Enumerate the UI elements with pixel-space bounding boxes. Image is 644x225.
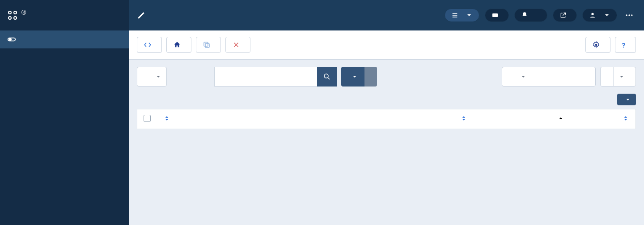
svg-point-4 xyxy=(9,12,11,13)
code-icon xyxy=(144,41,152,49)
home-icon xyxy=(173,41,181,49)
question-icon: ? xyxy=(622,41,626,49)
more-menu-button[interactable] xyxy=(623,11,636,20)
filters-bar xyxy=(129,60,644,94)
svg-point-17 xyxy=(595,44,597,46)
copy-icon xyxy=(203,41,211,49)
multilingual-status-button[interactable] xyxy=(485,9,509,22)
th-preview xyxy=(394,109,439,129)
sort-icon xyxy=(163,115,170,122)
post-install-button[interactable] xyxy=(514,9,547,22)
close-icon xyxy=(232,41,240,49)
templates-button[interactable] xyxy=(137,37,162,53)
brand[interactable]: ® xyxy=(0,0,129,30)
chevron-down-icon xyxy=(351,73,358,80)
svg-rect-15 xyxy=(205,43,209,48)
th-style[interactable] xyxy=(163,116,170,123)
columns-selector-button[interactable] xyxy=(617,94,636,105)
take-tour-button[interactable] xyxy=(445,9,479,22)
clear-button[interactable] xyxy=(364,67,377,87)
styles-table xyxy=(137,109,636,129)
svg-rect-10 xyxy=(492,13,498,17)
user-icon xyxy=(589,12,596,19)
chevron-down-icon xyxy=(150,67,162,86)
search-icon xyxy=(323,73,331,81)
th-default[interactable] xyxy=(460,116,467,123)
svg-point-5 xyxy=(14,12,16,13)
brand-name: ® xyxy=(21,9,26,22)
ellipsis-icon xyxy=(625,11,634,20)
joomla-logo-icon xyxy=(7,10,18,21)
toggle-icon xyxy=(7,35,16,44)
chevron-down-icon xyxy=(603,12,610,19)
sort-icon xyxy=(460,115,467,122)
sidebar: ® xyxy=(0,0,129,225)
delete-button xyxy=(225,37,250,53)
topbar xyxy=(129,0,644,30)
chevron-down-icon xyxy=(515,67,527,86)
select-all-checkbox[interactable] xyxy=(144,115,151,122)
external-link-icon xyxy=(559,12,567,19)
svg-point-11 xyxy=(591,13,593,15)
map-icon xyxy=(451,12,458,19)
sort-icon xyxy=(622,115,629,122)
toggle-menu[interactable] xyxy=(0,30,129,48)
sort-select[interactable] xyxy=(502,67,596,87)
filter-options-button[interactable] xyxy=(341,67,364,87)
bell-icon xyxy=(521,12,528,19)
search-button[interactable] xyxy=(317,67,337,87)
pagination-info xyxy=(129,129,644,140)
page-title xyxy=(137,11,439,20)
th-id[interactable] xyxy=(622,116,629,123)
duplicate-button xyxy=(196,37,221,53)
caret-down-icon xyxy=(624,96,631,103)
gear-icon xyxy=(592,41,600,49)
sort-asc-icon xyxy=(557,115,564,122)
site-link-button[interactable] xyxy=(553,9,577,22)
language-icon xyxy=(491,12,499,19)
svg-point-6 xyxy=(9,17,11,19)
options-button[interactable] xyxy=(585,37,610,53)
svg-point-18 xyxy=(324,74,328,78)
svg-point-7 xyxy=(14,17,16,19)
help-button[interactable]: ? xyxy=(615,37,636,53)
user-menu-button[interactable] xyxy=(582,9,617,22)
svg-point-14 xyxy=(631,14,632,16)
pencil-icon xyxy=(137,11,146,20)
search-input[interactable] xyxy=(214,67,317,87)
action-toolbar: ? xyxy=(129,30,644,60)
chevron-down-icon xyxy=(466,12,473,19)
default-button[interactable] xyxy=(166,37,191,53)
styles-table-wrap xyxy=(129,109,644,129)
th-pages xyxy=(488,109,551,129)
svg-point-12 xyxy=(626,14,627,16)
svg-point-13 xyxy=(628,14,630,16)
th-template[interactable] xyxy=(551,109,609,129)
limit-select[interactable] xyxy=(600,67,636,87)
svg-rect-16 xyxy=(204,42,208,46)
chevron-down-icon xyxy=(613,67,625,86)
client-select[interactable] xyxy=(137,67,167,87)
svg-point-9 xyxy=(9,39,11,41)
